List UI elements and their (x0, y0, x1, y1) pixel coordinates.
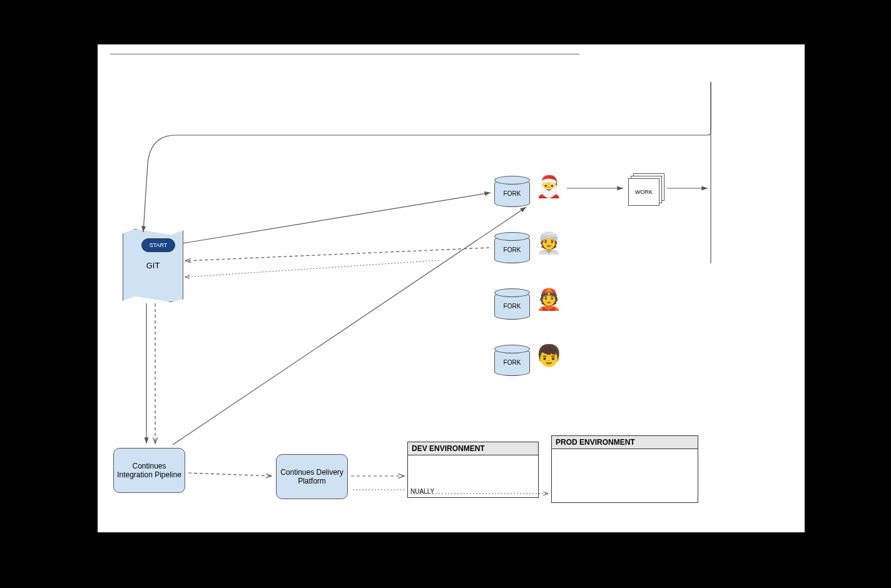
avatar-person-icon: 👦 (536, 345, 562, 366)
ci-label: Continues Integration Pipeline (116, 462, 182, 479)
fork-cylinder-1: FORK (494, 180, 530, 207)
fork-cylinder-4: FORK (494, 348, 530, 376)
fork-label-1: FORK (504, 190, 521, 197)
fork-cylinder-3: FORK (494, 292, 530, 320)
avatar-worker-icon: 👲 (536, 288, 562, 310)
fork-label-3: FORK (504, 303, 521, 310)
top-divider-line (110, 54, 579, 54)
dev-environment-box: DEV ENVIRONMENT NUALLY (407, 442, 539, 498)
start-badge: START (141, 238, 175, 252)
cd-label: Continues Delivery Platform (279, 468, 345, 485)
svg-line-1 (183, 193, 491, 243)
prod-env-header: PROD ENVIRONMENT (552, 436, 698, 449)
fork-label-2: FORK (504, 246, 521, 253)
work-label: WORK (635, 189, 653, 195)
ci-pipeline-box: Continues Integration Pipeline (113, 448, 185, 493)
svg-line-9 (188, 473, 272, 476)
avatar-santa-icon: 🎅 (536, 176, 562, 197)
svg-line-3 (185, 260, 439, 277)
svg-line-8 (173, 207, 526, 445)
work-page-front: WORK (628, 178, 659, 206)
manual-text-fragment: NUALLY (410, 488, 434, 495)
avatar-turban-icon: 👳 (536, 232, 562, 253)
cd-platform-box: Continues Delivery Platform (276, 454, 348, 499)
dev-env-header: DEV ENVIRONMENT (408, 442, 538, 455)
prod-environment-box: PROD ENVIRONMENT (551, 435, 698, 503)
start-label: START (150, 242, 168, 248)
svg-line-2 (185, 248, 489, 261)
work-document-stack: WORK (628, 173, 663, 203)
git-label: GIT (146, 261, 160, 270)
fork-label-4: FORK (504, 359, 521, 366)
fork-cylinder-2: FORK (494, 236, 530, 263)
diagram-canvas: GIT START FORK FORK FORK FORK 🎅 👳 👲 👦 WO… (97, 44, 805, 533)
